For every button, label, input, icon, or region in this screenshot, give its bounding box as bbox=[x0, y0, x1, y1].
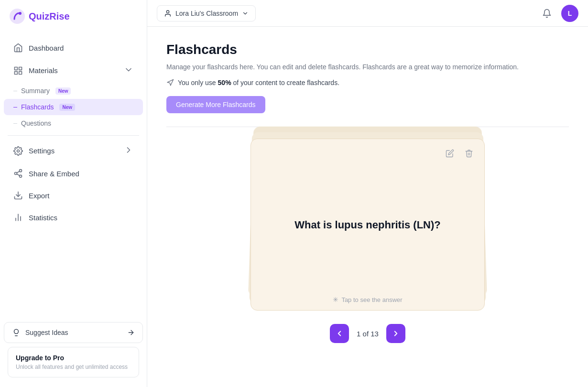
summary-label: Summary bbox=[21, 87, 50, 95]
trash-icon bbox=[465, 149, 473, 158]
topbar: Lora Liu's Classroom L bbox=[147, 0, 588, 27]
sidebar-item-export[interactable]: Export bbox=[4, 185, 143, 206]
svg-point-17 bbox=[166, 11, 169, 13]
card-delete-button[interactable] bbox=[461, 146, 477, 161]
sidebar-item-export-label: Export bbox=[29, 192, 133, 200]
sidebar-item-summary[interactable]: Summary New bbox=[0, 83, 147, 99]
user-avatar[interactable]: L bbox=[561, 5, 578, 22]
classroom-selector[interactable]: Lora Liu's Classroom bbox=[157, 5, 256, 22]
page-title: Flashcards bbox=[166, 42, 569, 57]
card-actions bbox=[251, 139, 484, 161]
svg-rect-3 bbox=[19, 67, 22, 70]
tap-hint: Tap to see the answer bbox=[341, 296, 402, 303]
upgrade-box: Upgrade to Pro Unlock all features and g… bbox=[8, 347, 139, 377]
svg-line-11 bbox=[17, 171, 20, 172]
svg-point-1 bbox=[19, 12, 22, 15]
sidebar-item-statistics[interactable]: Statistics bbox=[4, 207, 143, 228]
upgrade-description: Unlock all features and get unlimited ac… bbox=[16, 364, 131, 370]
svg-rect-4 bbox=[19, 71, 22, 74]
card-stack: What is lupus nephritis (LN)? ✳ Tap to s… bbox=[250, 139, 485, 311]
suggest-ideas-label: Suggest Ideas bbox=[25, 329, 68, 336]
main-content: Lora Liu's Classroom L Flashcards Manage… bbox=[147, 0, 588, 387]
flashcards-label: Flashcards bbox=[21, 103, 54, 111]
bar-chart-icon bbox=[13, 213, 23, 222]
sidebar-navigation: Dashboard Materials Summary New Flashcar… bbox=[0, 32, 147, 316]
svg-point-0 bbox=[10, 9, 25, 24]
classroom-name: Lora Liu's Classroom bbox=[175, 10, 238, 17]
svg-line-10 bbox=[17, 174, 20, 175]
home-icon bbox=[13, 43, 23, 53]
sidebar-item-flashcards[interactable]: Flashcards New bbox=[4, 99, 143, 115]
grid-icon bbox=[13, 66, 23, 75]
edit-icon bbox=[446, 149, 454, 158]
bell-icon bbox=[542, 9, 552, 18]
sidebar-bottom: Suggest Ideas Upgrade to Pro Unlock all … bbox=[0, 316, 147, 387]
sidebar-item-dashboard[interactable]: Dashboard bbox=[4, 37, 143, 58]
topbar-right: L bbox=[538, 5, 578, 22]
arrow-right-icon bbox=[127, 329, 135, 336]
nav-divider bbox=[8, 135, 139, 136]
svg-rect-5 bbox=[15, 71, 18, 74]
page-indicator: 1 of 13 bbox=[357, 330, 379, 338]
share-icon bbox=[13, 169, 23, 178]
suggest-ideas-button[interactable]: Suggest Ideas bbox=[4, 322, 143, 343]
materials-sub-items: Summary New Flashcards New Questions bbox=[0, 83, 147, 131]
sidebar-item-settings-label: Settings bbox=[29, 147, 118, 155]
sidebar-item-questions[interactable]: Questions bbox=[0, 115, 147, 131]
sidebar-item-statistics-label: Statistics bbox=[29, 214, 133, 222]
sidebar-item-share-embed-label: Share & Embed bbox=[29, 170, 133, 178]
usage-notice: You only use 50% of your content to crea… bbox=[166, 79, 569, 86]
chevron-down-icon bbox=[124, 65, 133, 76]
settings-icon bbox=[13, 146, 23, 156]
svg-rect-2 bbox=[15, 67, 18, 70]
chevron-right-icon bbox=[392, 329, 400, 338]
prev-card-button[interactable] bbox=[330, 324, 349, 343]
flashcard-main[interactable]: What is lupus nephritis (LN)? ✳ Tap to s… bbox=[250, 139, 485, 311]
chevron-down-icon bbox=[242, 10, 249, 17]
usage-percentage: 50% bbox=[218, 79, 231, 86]
upgrade-title: Upgrade to Pro bbox=[16, 354, 131, 362]
notification-button[interactable] bbox=[538, 5, 555, 22]
chevron-left-icon bbox=[335, 329, 344, 338]
sidebar-item-dashboard-label: Dashboard bbox=[29, 44, 133, 52]
sidebar-item-materials[interactable]: Materials bbox=[4, 59, 143, 82]
next-card-button[interactable] bbox=[386, 324, 405, 343]
flashcard-area: What is lupus nephritis (LN)? ✳ Tap to s… bbox=[166, 139, 569, 353]
pagination: 1 of 13 bbox=[330, 324, 405, 343]
page-description: Manage your flashcards here. You can edi… bbox=[166, 62, 569, 72]
logo-icon bbox=[10, 9, 25, 24]
logo[interactable]: QuizRise bbox=[0, 0, 147, 32]
generate-flashcards-button[interactable]: Generate More Flashcards bbox=[166, 96, 265, 113]
flashcards-badge: New bbox=[59, 104, 75, 111]
content-area: Flashcards Manage your flashcards here. … bbox=[147, 27, 588, 387]
card-question: What is lupus nephritis (LN)? bbox=[294, 219, 441, 231]
questions-label: Questions bbox=[21, 119, 51, 127]
summary-badge: New bbox=[55, 87, 71, 95]
sidebar: QuizRise Dashboard Materials Summary New… bbox=[0, 0, 147, 387]
card-body: What is lupus nephritis (LN)? bbox=[251, 161, 484, 289]
chevron-right-icon bbox=[124, 145, 133, 156]
lightbulb-icon bbox=[12, 328, 21, 337]
sparkle-icon: ✳ bbox=[333, 296, 338, 303]
megaphone-icon bbox=[166, 79, 174, 86]
sidebar-item-materials-label: Materials bbox=[29, 66, 118, 75]
svg-point-6 bbox=[17, 150, 20, 152]
sidebar-item-share-embed[interactable]: Share & Embed bbox=[4, 163, 143, 184]
download-icon bbox=[13, 191, 23, 200]
card-edit-button[interactable] bbox=[442, 146, 457, 161]
card-footer: ✳ Tap to see the answer bbox=[251, 289, 484, 310]
user-icon bbox=[164, 10, 172, 17]
logo-text: QuizRise bbox=[29, 11, 70, 22]
sidebar-item-settings[interactable]: Settings bbox=[4, 140, 143, 162]
